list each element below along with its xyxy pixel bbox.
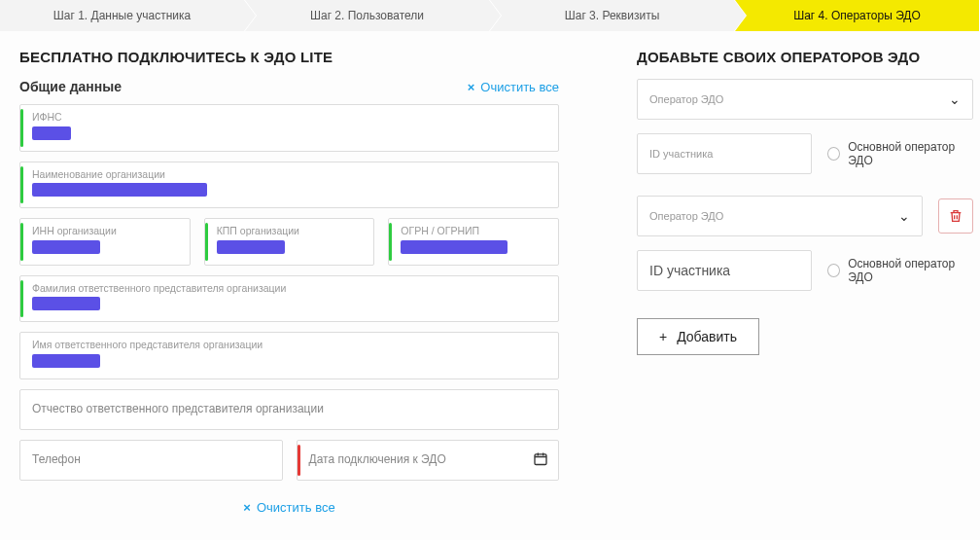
clear-all-button-bottom[interactable]: × Очистить все [243,500,334,515]
step-2[interactable]: Шаг 2. Пользователи [245,0,490,31]
phone-field[interactable]: Телефон [19,440,283,481]
step-3[interactable]: Шаг 3. Реквизиты [490,0,735,31]
clear-all-button-top[interactable]: × Очистить все [468,80,559,94]
radio-icon [827,264,840,277]
resp-surname-label: Фамилия ответственного представителя орг… [32,282,548,295]
add-operator-button[interactable]: + Добавить [637,318,759,355]
main-operator-radio[interactable]: Основной оператор ЭДО [827,257,973,284]
phone-label: Телефон [32,452,272,466]
main-operator-radio[interactable]: Основной оператор ЭДО [827,140,973,167]
operators-form: ДОБАВЬТЕ СВОИХ ОПЕРАТОРОВ ЭДО Оператор Э… [637,49,973,515]
operator-block: Оператор ЭДО ⌄ ID участника Основной опе… [637,196,973,291]
org-name-field[interactable]: Наименование организации [19,162,559,209]
kpp-field[interactable]: КПП организации [204,218,375,266]
plus-icon: + [659,329,667,344]
resp-surname-value-mask [32,297,100,310]
resp-name-field[interactable]: Имя ответственного представителя организ… [19,332,559,379]
edo-lite-form: БЕСПЛАТНО ПОДКЛЮЧИТЕСЬ К ЭДО LITE Общие … [19,49,559,515]
chevron-down-icon: ⌄ [949,91,961,107]
add-button-label: Добавить [677,329,737,344]
inn-field[interactable]: ИНН организации [19,218,191,266]
step-2-label: Шаг 2. Пользователи [310,9,424,22]
resp-name-label: Имя ответственного представителя организ… [32,339,548,351]
operator-block: Оператор ЭДО ⌄ ID участника Основной опе… [637,79,973,174]
conn-date-field[interactable]: Дата подключения к ЭДО [297,440,560,481]
section-title: Общие данные [19,79,122,94]
step-4[interactable]: Шаг 4. Операторы ЭДО [735,0,980,31]
org-name-value-mask [32,183,207,197]
chevron-down-icon: ⌄ [898,208,910,224]
participant-id-placeholder: ID участника [649,263,730,278]
ogrn-value-mask [401,240,508,254]
ifns-value-mask [32,126,71,140]
ifns-field[interactable]: ИФНС [19,104,559,152]
left-heading: БЕСПЛАТНО ПОДКЛЮЧИТЕСЬ К ЭДО LITE [19,49,559,65]
org-name-label: Наименование организации [32,168,548,181]
step-1[interactable]: Шаг 1. Данные участника [0,0,245,31]
clear-all-label: Очистить все [480,80,559,94]
inn-value-mask [32,240,100,254]
delete-operator-button[interactable] [938,198,973,234]
kpp-value-mask [217,240,285,254]
kpp-label: КПП организации [217,225,365,237]
resp-patronymic-field[interactable]: Отчество ответственного представителя ор… [19,389,559,430]
participant-id-field[interactable]: ID участника [637,133,812,174]
ogrn-field[interactable]: ОГРН / ОГРНИП [388,218,559,266]
svg-rect-0 [535,454,546,465]
ogrn-label: ОГРН / ОГРНИП [401,225,548,237]
participant-id-field[interactable]: ID участника [637,250,812,291]
resp-surname-field[interactable]: Фамилия ответственного представителя орг… [19,275,559,323]
step-3-label: Шаг 3. Реквизиты [565,9,660,22]
close-icon: × [468,80,475,94]
right-heading: ДОБАВЬТЕ СВОИХ ОПЕРАТОРОВ ЭДО [637,49,973,65]
ifns-label: ИФНС [32,111,548,124]
conn-date-label: Дата подключения к ЭДО [309,452,549,466]
close-icon: × [243,500,251,515]
inn-label: ИНН организации [32,225,180,237]
operator-select[interactable]: Оператор ЭДО ⌄ [637,79,973,120]
radio-icon [827,147,840,161]
participant-id-placeholder: ID участника [649,148,713,160]
operator-select-placeholder: Оператор ЭДО [649,210,723,222]
clear-all-bottom-label: Очистить все [257,500,335,515]
operator-select-placeholder: Оператор ЭДО [649,93,723,105]
main-operator-label: Основной оператор ЭДО [848,140,973,167]
resp-patronymic-label: Отчество ответственного представителя ор… [32,402,548,415]
calendar-icon[interactable] [533,450,548,469]
operator-select[interactable]: Оператор ЭДО ⌄ [637,196,923,236]
wizard-stepper: Шаг 1. Данные участника Шаг 2. Пользоват… [0,0,980,31]
resp-name-value-mask [32,354,100,368]
step-4-label: Шаг 4. Операторы ЭДО [793,9,921,22]
step-1-label: Шаг 1. Данные участника [53,9,191,22]
main-operator-label: Основной оператор ЭДО [848,257,973,284]
